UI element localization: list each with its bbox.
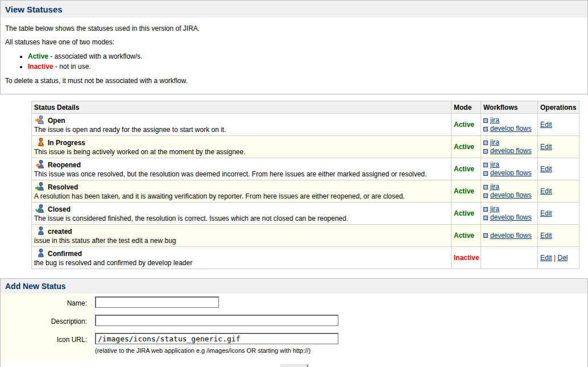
status-resolved-icon [34, 182, 48, 192]
workflow-item: develop flows [483, 232, 535, 240]
workflow-bullet-icon [483, 185, 488, 189]
edit-link[interactable]: Edit [540, 254, 552, 262]
workflow-bullet-icon [483, 149, 488, 154]
status-generic-icon [34, 226, 48, 237]
status-open-icon [34, 115, 48, 126]
status-details-cell: Confirmed the bug is resolved and confir… [32, 247, 452, 269]
status-details-cell: Open The issue is open and ready for the… [32, 114, 452, 136]
inactive-mode-label: Inactive [28, 63, 53, 71]
status-name: Reopened [48, 161, 81, 169]
edit-link[interactable]: Edit [540, 143, 552, 151]
view-statuses-section: View Statuses The table below shows the … [0, 0, 588, 94]
add-button[interactable]: Add [280, 364, 307, 367]
workflow-item: develop flows [483, 147, 535, 155]
workflow-link[interactable]: jira [490, 160, 499, 169]
workflows-cell: jiradevelop flows [481, 114, 538, 136]
mode-item-inactive: Inactive - not in use. [28, 62, 583, 71]
status-mode: Active [452, 114, 481, 136]
page-title: View Statuses [1, 1, 587, 18]
operation-separator: | [552, 254, 558, 262]
workflow-link[interactable]: jira [490, 183, 499, 191]
col-operations: Operations [538, 101, 579, 114]
status-name: Confirmed [48, 250, 82, 258]
workflow-bullet-icon [483, 171, 488, 176]
active-mode-label: Active [28, 52, 48, 60]
edit-link[interactable]: Edit [540, 232, 552, 240]
workflows-cell: jiradevelop flows [481, 180, 538, 203]
table-row: Resolved A resolution has been taken, an… [32, 180, 579, 203]
workflow-link[interactable]: develop flows [490, 191, 532, 200]
workflow-bullet-icon [483, 193, 488, 198]
workflow-link[interactable]: develop flows [490, 147, 532, 155]
add-status-section: Add New Status Name: Description: Icon U… [0, 278, 588, 367]
operations-cell: Edit [538, 180, 579, 203]
workflow-item: jira [483, 205, 535, 213]
mode-item-active: Active - associated with a workflow/s. [28, 52, 583, 61]
operations-cell: Edit [538, 136, 579, 158]
workflow-item: jira [483, 160, 535, 169]
intro-text: The table below shows the statuses used … [5, 24, 583, 32]
status-name: Open [48, 117, 65, 125]
workflow-bullet-icon [483, 118, 488, 123]
status-description: The issue is considered finished, the re… [34, 215, 449, 223]
workflow-item: develop flows [483, 125, 535, 133]
description-label: Description: [1, 312, 92, 330]
status-description: This issue was once resolved, but the re… [34, 170, 449, 179]
table-row: Closed The issue is considered finished,… [32, 203, 579, 225]
col-workflows: Workflows [481, 101, 538, 114]
name-label: Name: [1, 294, 92, 312]
status-description: the bug is resolved and confirmed by dev… [34, 259, 449, 267]
col-status-details: Status Details [32, 101, 452, 114]
workflow-item: develop flows [483, 191, 535, 200]
delete-note-text: To delete a status, it must not be assoc… [5, 77, 583, 85]
table-row: Confirmed the bug is resolved and confir… [32, 247, 579, 269]
operations-cell: Edit | Del [538, 247, 579, 269]
workflow-bullet-icon [483, 163, 488, 167]
edit-link[interactable]: Edit [540, 165, 552, 173]
icon-url-input[interactable] [95, 333, 338, 344]
workflow-link[interactable]: develop flows [490, 232, 532, 240]
description-input[interactable] [95, 315, 338, 326]
inactive-mode-desc: - not in use. [53, 63, 91, 71]
add-status-title: Add New Status [1, 279, 587, 294]
status-name: created [48, 228, 72, 236]
status-inprogress-icon [34, 137, 48, 148]
modes-list: Active - associated with a workflow/s. I… [5, 52, 583, 71]
modes-intro-text: All statuses have one of two modes: [5, 38, 583, 46]
workflow-link[interactable]: jira [490, 138, 499, 147]
status-mode: Active [452, 225, 481, 247]
edit-link[interactable]: Edit [540, 121, 552, 129]
table-row: created issue in this status after the t… [32, 225, 579, 247]
status-closed-icon [34, 204, 48, 215]
edit-link[interactable]: Edit [540, 209, 552, 217]
status-details-cell: In Progress This issue is being actively… [32, 136, 452, 158]
workflow-item: jira [483, 138, 535, 147]
status-name: Resolved [48, 183, 78, 191]
workflow-bullet-icon [483, 207, 488, 212]
operations-cell: Edit [538, 158, 579, 180]
workflow-link[interactable]: jira [490, 205, 499, 213]
workflow-item: develop flows [483, 213, 535, 222]
status-mode: Active [452, 203, 481, 225]
workflow-link[interactable]: develop flows [490, 213, 532, 222]
workflow-item: jira [483, 116, 535, 125]
table-row: Reopened This issue was once resolved, b… [32, 158, 579, 180]
status-details-cell: Resolved A resolution has been taken, an… [32, 180, 452, 203]
edit-link[interactable]: Edit [540, 187, 552, 195]
workflow-bullet-icon [483, 127, 488, 131]
workflow-link[interactable]: jira [490, 116, 499, 125]
workflows-cell: jiradevelop flows [481, 203, 538, 225]
workflow-link[interactable]: develop flows [490, 169, 532, 178]
status-details-cell: created issue in this status after the t… [32, 225, 452, 247]
status-mode: Inactive [452, 247, 481, 269]
table-header-row: Status Details Mode Workflows Operations [32, 101, 579, 114]
status-description: issue in this status after the test edit… [34, 237, 449, 245]
name-input[interactable] [95, 296, 219, 308]
workflow-link[interactable]: develop flows [490, 125, 532, 133]
active-mode-desc: - associated with a workflow/s. [48, 52, 142, 60]
table-row: In Progress This issue is being actively… [32, 136, 579, 158]
status-name: In Progress [48, 139, 85, 147]
del-link[interactable]: Del [557, 254, 568, 262]
table-row: Open The issue is open and ready for the… [32, 114, 579, 136]
status-description: The issue is open and ready for the assi… [34, 126, 449, 134]
